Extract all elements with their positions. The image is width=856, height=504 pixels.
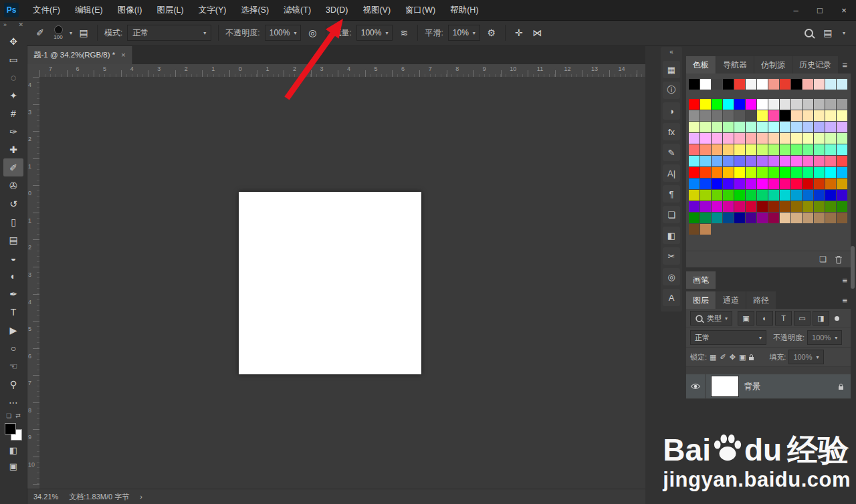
filter-pixel-layers-icon[interactable]: ▣ bbox=[738, 311, 754, 326]
color-swatch[interactable] bbox=[825, 144, 836, 155]
color-swatch[interactable] bbox=[689, 122, 700, 132]
color-swatch[interactable] bbox=[802, 99, 813, 110]
color-swatch[interactable] bbox=[712, 99, 722, 110]
color-swatch[interactable] bbox=[768, 190, 779, 201]
color-swatch[interactable] bbox=[746, 99, 756, 110]
color-swatch[interactable] bbox=[791, 178, 802, 189]
color-swatch[interactable] bbox=[712, 178, 722, 189]
fill-field[interactable]: 100% ▾ bbox=[788, 350, 823, 364]
color-swatch[interactable] bbox=[723, 122, 734, 132]
hand-tool[interactable]: ☜ bbox=[3, 357, 23, 375]
color-swatch[interactable] bbox=[723, 144, 734, 155]
vertical-ruler[interactable]: 4321012345678910 bbox=[27, 77, 40, 489]
color-swatch[interactable] bbox=[837, 167, 847, 178]
color-swatch[interactable] bbox=[768, 122, 779, 132]
color-swatch[interactable] bbox=[825, 213, 836, 223]
color-swatch[interactable] bbox=[700, 133, 711, 144]
color-swatch[interactable] bbox=[802, 79, 813, 90]
color-swatch[interactable] bbox=[837, 156, 847, 166]
color-swatch[interactable] bbox=[837, 178, 847, 189]
color-swatch[interactable] bbox=[746, 122, 756, 132]
color-swatch[interactable] bbox=[723, 99, 734, 110]
layer-row[interactable]: 背景 bbox=[686, 374, 851, 399]
color-swatch[interactable] bbox=[768, 144, 779, 155]
color-swatch[interactable] bbox=[712, 190, 722, 201]
panel-menu-icon[interactable]: ≡ bbox=[842, 60, 847, 70]
color-swatch[interactable] bbox=[802, 190, 813, 201]
color-swatch[interactable] bbox=[734, 99, 745, 110]
color-swatch[interactable] bbox=[723, 178, 734, 189]
color-swatch[interactable] bbox=[700, 167, 711, 178]
color-swatch[interactable] bbox=[780, 178, 790, 189]
pressure-opacity-button[interactable]: ◎ bbox=[306, 25, 319, 40]
brush-size-picker[interactable]: 100 bbox=[51, 25, 65, 40]
color-swatch[interactable] bbox=[700, 79, 711, 90]
document-info[interactable]: 文档:1.83M/0 字节 bbox=[69, 492, 129, 502]
lock-all-icon[interactable] bbox=[748, 354, 754, 361]
color-swatch[interactable] bbox=[734, 190, 745, 201]
color-swatch[interactable] bbox=[700, 201, 711, 212]
color-swatch[interactable] bbox=[791, 156, 802, 166]
color-swatch[interactable] bbox=[791, 144, 802, 155]
search-icon[interactable] bbox=[805, 29, 813, 37]
dodge-tool[interactable]: ◐ bbox=[3, 267, 23, 285]
panel-tab[interactable]: 路径 bbox=[746, 291, 776, 309]
paragraph-panel-icon[interactable]: ¶ bbox=[663, 185, 680, 203]
color-swatch[interactable] bbox=[780, 156, 790, 166]
horizontal-ruler[interactable]: 765432101234567891011121314 bbox=[39, 64, 645, 78]
color-swatch[interactable] bbox=[768, 133, 779, 144]
menu-item[interactable]: 滤镜(T) bbox=[276, 0, 318, 20]
color-swatch[interactable] bbox=[780, 133, 790, 144]
color-swatch[interactable] bbox=[700, 213, 711, 223]
layer-name[interactable]: 背景 bbox=[744, 381, 838, 392]
color-swatch[interactable] bbox=[734, 213, 745, 223]
brush-angle-button[interactable]: ✛ bbox=[512, 25, 526, 40]
color-swatch[interactable] bbox=[780, 144, 790, 155]
default-colors-icon[interactable]: ❏ bbox=[6, 412, 11, 420]
color-swatch[interactable] bbox=[814, 178, 825, 189]
color-swatch[interactable] bbox=[689, 99, 700, 110]
history-brush-tool[interactable]: ↺ bbox=[3, 195, 23, 213]
color-swatch[interactable] bbox=[837, 99, 847, 110]
layer-opacity-field[interactable]: 100% ▾ bbox=[807, 330, 842, 345]
lock-transparency-icon[interactable]: ▦ bbox=[710, 353, 716, 362]
color-swatch[interactable] bbox=[734, 144, 745, 155]
opacity-field[interactable]: 100%▾ bbox=[265, 25, 302, 41]
layer-thumbnail[interactable] bbox=[712, 376, 738, 396]
toggle-brush-panel-button[interactable]: ▤ bbox=[77, 25, 90, 40]
color-swatch[interactable] bbox=[723, 190, 734, 201]
flow-field[interactable]: 100%▾ bbox=[356, 25, 393, 41]
minimize-button[interactable]: – bbox=[784, 0, 808, 20]
color-swatch[interactable] bbox=[802, 167, 813, 178]
color-swatch[interactable] bbox=[757, 133, 768, 144]
color-swatch[interactable] bbox=[689, 178, 700, 189]
crop-tool[interactable]: # bbox=[3, 104, 23, 122]
panel-menu-icon[interactable]: ≡ bbox=[842, 295, 847, 305]
color-swatch[interactable] bbox=[734, 156, 745, 166]
panel-tab[interactable]: 导航器 bbox=[716, 56, 754, 74]
color-swatch[interactable] bbox=[700, 224, 711, 235]
panel-tab[interactable]: 通道 bbox=[716, 291, 746, 309]
tab-brushes[interactable]: 画笔 bbox=[686, 271, 716, 289]
color-swatch[interactable] bbox=[734, 201, 745, 212]
path-selection-tool[interactable]: ▶ bbox=[3, 321, 23, 339]
menu-item[interactable]: 编辑(E) bbox=[68, 0, 110, 20]
color-swatch[interactable] bbox=[814, 110, 825, 121]
color-swatch[interactable] bbox=[746, 190, 756, 201]
color-swatch[interactable] bbox=[814, 122, 825, 132]
gear-icon[interactable]: ⚙ bbox=[485, 25, 498, 40]
clone-source-panel-icon[interactable]: ◎ bbox=[663, 268, 680, 285]
collapse-dock-icon[interactable]: » bbox=[3, 21, 7, 29]
layer-blend-mode-select[interactable]: 正常 ▾ bbox=[690, 330, 766, 345]
brush-settings-panel-icon[interactable]: ✎ bbox=[663, 144, 680, 161]
color-swatch[interactable] bbox=[734, 110, 745, 121]
color-swatch[interactable] bbox=[780, 213, 790, 223]
color-swatch[interactable] bbox=[780, 122, 790, 132]
color-swatch[interactable] bbox=[802, 156, 813, 166]
spot-healing-tool[interactable]: ✚ bbox=[3, 140, 23, 158]
color-swatch[interactable] bbox=[814, 144, 825, 155]
filter-type-layers-icon[interactable]: T bbox=[775, 311, 792, 326]
trash-icon[interactable] bbox=[835, 255, 843, 264]
color-swatch[interactable] bbox=[746, 156, 756, 166]
pen-tool[interactable]: ✒ bbox=[3, 285, 23, 303]
